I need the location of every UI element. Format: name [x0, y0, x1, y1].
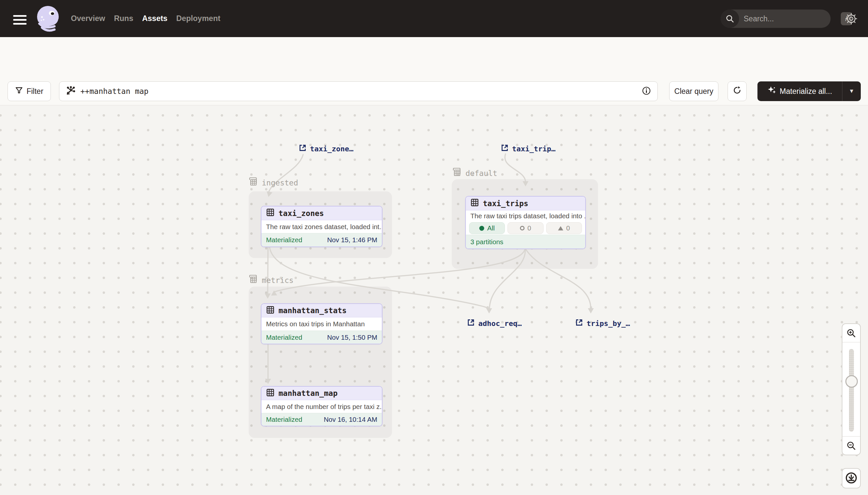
asset-description: Metrics on taxi trips in Manhattan [262, 318, 382, 330]
funnel-icon [15, 86, 23, 96]
triangle-icon [558, 226, 563, 231]
group-label-ingested: ingested [248, 177, 298, 188]
table-icon [266, 208, 274, 218]
asset-query-input[interactable] [81, 87, 642, 96]
asset-partitions-footer: 3 partitions [466, 235, 585, 249]
external-asset-adhoc-request[interactable]: adhoc_req… [467, 319, 521, 328]
asset-status-footer: Materialized Nov 15, 1:46 PM [262, 233, 382, 246]
asset-selection-input[interactable] [59, 81, 658, 101]
op-graph-icon [66, 86, 76, 97]
asset-node-manhattan-stats[interactable]: manhattan_stats Metrics on taxi trips in… [261, 303, 383, 344]
asset-node-taxi-zones[interactable]: taxi_zones The raw taxi zones dataset, l… [261, 206, 383, 247]
info-icon[interactable] [642, 86, 651, 97]
materialization-timestamp[interactable]: Nov 16, 10:14 AM [324, 415, 377, 424]
materialize-split-button: Materialize all... ▼ [758, 81, 861, 101]
status-badge: Materialized [266, 415, 302, 424]
materialize-all-button[interactable]: Materialize all... [758, 81, 842, 101]
nav-link-assets[interactable]: Assets [142, 14, 167, 23]
hamburger-menu-icon[interactable] [13, 15, 26, 25]
asset-node-manhattan-map[interactable]: manhattan_map A map of the number of tri… [261, 386, 383, 426]
filter-button[interactable]: Filter [7, 81, 51, 101]
search-icon [721, 10, 739, 28]
external-link-icon [501, 144, 509, 154]
refresh-graph-button[interactable] [728, 81, 747, 101]
external-link-icon [575, 319, 583, 328]
zoom-slider-handle[interactable] [845, 375, 858, 388]
lineage-toolbar: Filter Clear query [0, 74, 868, 105]
partition-health-row: All 0 0 [466, 222, 585, 235]
materialization-timestamp[interactable]: Nov 15, 1:46 PM [327, 236, 377, 244]
table-icon [471, 198, 479, 208]
primary-nav: Overview Runs Assets Deployment [71, 0, 220, 37]
zoom-controls [842, 323, 861, 455]
table-stack-icon [248, 177, 258, 188]
zoom-out-button[interactable] [843, 436, 860, 455]
arrow-down-circle-icon [845, 471, 858, 485]
table-stack-icon [452, 167, 462, 179]
ring-icon [520, 226, 525, 231]
partitions-missing-pill[interactable]: 0 [508, 222, 543, 234]
filled-dot-icon [479, 226, 484, 231]
group-label-metrics: metrics [248, 274, 294, 286]
external-link-icon [467, 319, 475, 328]
materialization-timestamp[interactable]: Nov 15, 1:50 PM [327, 334, 377, 341]
sparkle-icon [767, 86, 777, 97]
partitions-all-pill[interactable]: All [469, 222, 505, 234]
asset-node-taxi-trips[interactable]: taxi_trips The raw taxi trips dataset, l… [465, 196, 586, 249]
recenter-download-button[interactable] [842, 468, 861, 489]
status-badge: Materialized [266, 236, 302, 244]
table-icon [266, 388, 274, 398]
lineage-edges [0, 105, 868, 495]
refresh-icon [733, 86, 741, 97]
zoom-in-button[interactable] [843, 324, 860, 342]
external-asset-taxi-zone-file[interactable]: taxi_zone… [299, 144, 353, 154]
materialize-dropdown-caret[interactable]: ▼ [843, 81, 861, 101]
clear-query-button[interactable]: Clear query [669, 81, 719, 101]
partitions-count[interactable]: 3 partitions [471, 238, 503, 246]
external-asset-taxi-trip-file[interactable]: taxi_trip… [501, 144, 555, 154]
status-badge: Materialized [266, 334, 302, 341]
external-asset-trips-by-week[interactable]: trips_by_… [575, 319, 630, 328]
asset-node-header: taxi_zones [262, 206, 382, 220]
search-bar[interactable]: / [721, 10, 831, 28]
dagster-logo[interactable] [35, 5, 61, 33]
table-icon [266, 306, 274, 316]
partitions-failed-pill[interactable]: 0 [546, 222, 582, 234]
edge-taxi-trip-file-to-taxi-trips [505, 154, 526, 182]
external-link-icon [299, 144, 307, 154]
nav-link-overview[interactable]: Overview [71, 14, 105, 23]
asset-node-header: manhattan_stats [262, 304, 382, 318]
asset-description: A map of the number of trips per taxi z.… [262, 400, 382, 413]
page-header: Global Asset Lineage Reload definitions [0, 37, 868, 74]
asset-description: The raw taxi trips dataset, loaded into … [466, 210, 585, 222]
asset-node-header: taxi_trips [466, 197, 585, 210]
top-nav: Overview Runs Assets Deployment / [0, 0, 868, 37]
group-label-default: default [452, 167, 497, 179]
asset-status-footer: Materialized Nov 16, 10:14 AM [262, 413, 382, 426]
zoom-slider-track[interactable] [849, 349, 854, 432]
table-stack-icon [248, 274, 258, 286]
asset-status-footer: Materialized Nov 15, 1:50 PM [262, 330, 382, 344]
nav-link-deployment[interactable]: Deployment [176, 14, 220, 23]
chevron-down-icon: ▼ [849, 88, 854, 95]
lineage-canvas[interactable]: ingested default metrics taxi_zone… taxi… [0, 105, 868, 495]
nav-link-runs[interactable]: Runs [114, 14, 134, 23]
settings-gear-icon[interactable] [845, 13, 858, 25]
asset-node-header: manhattan_map [262, 387, 382, 400]
asset-description: The raw taxi zones dataset, loaded int..… [262, 220, 382, 233]
search-input[interactable] [739, 14, 841, 23]
